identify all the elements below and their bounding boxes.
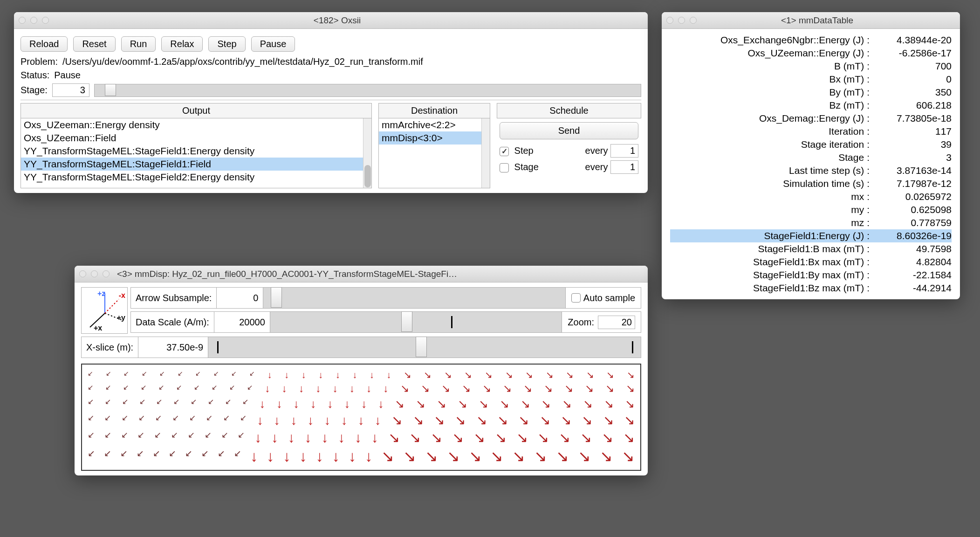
- colon: :: [864, 48, 872, 59]
- close-icon[interactable]: [19, 17, 26, 24]
- stage-value[interactable]: 3: [52, 83, 89, 97]
- destination-list-item[interactable]: mmDisp<3:0>: [379, 131, 481, 145]
- output-list-item[interactable]: Oxs_UZeeman::Field: [21, 131, 363, 145]
- vector-arrow-icon: ↘: [625, 398, 635, 410]
- datatable-row[interactable]: mz:0.778759: [670, 216, 952, 229]
- datatable-row[interactable]: StageField1:Bz max (mT):-44.2914: [670, 282, 952, 295]
- vector-arrow-icon: ↓: [283, 449, 290, 464]
- datatable-row[interactable]: Stage:3: [670, 151, 952, 164]
- datatable-value: 0: [872, 74, 952, 85]
- output-header: Output: [21, 103, 372, 118]
- data-scale-input[interactable]: 20000: [214, 312, 270, 332]
- reset-button[interactable]: Reset: [73, 36, 115, 52]
- pause-button[interactable]: Pause: [251, 36, 295, 52]
- step-every-input[interactable]: 1: [610, 144, 638, 158]
- datatable-row[interactable]: StageField1:By max (mT):-22.1584: [670, 268, 952, 282]
- output-list-item[interactable]: YY_TransformStageMEL:StageField1:Energy …: [21, 145, 363, 158]
- zoom-input[interactable]: 20: [598, 316, 635, 329]
- datatable-row[interactable]: Last time step (s):3.87163e-14: [670, 164, 952, 177]
- arrow-subsample-input[interactable]: 0: [216, 288, 263, 308]
- send-button[interactable]: Send: [500, 122, 638, 139]
- output-listbox[interactable]: Oxs_UZeeman::Energy densityOxs_UZeeman::…: [21, 118, 372, 188]
- stage-every-input[interactable]: 1: [610, 160, 638, 174]
- datatable-row[interactable]: B (mT):700: [670, 60, 952, 73]
- step-button[interactable]: Step: [208, 36, 245, 52]
- datatable-row[interactable]: Stage iteration:39: [670, 138, 952, 151]
- datatable-row[interactable]: StageField1:Energy (J):8.60326e-19: [670, 229, 952, 242]
- destination-list-item[interactable]: mmArchive<2:2>: [379, 118, 481, 131]
- problem-label: Problem:: [21, 56, 58, 67]
- datatable-row[interactable]: By (mT):350: [670, 86, 952, 99]
- vector-arrow-icon: ↓: [276, 398, 282, 410]
- zoom-icon[interactable]: [690, 17, 697, 24]
- stage-slider[interactable]: [94, 84, 641, 97]
- vector-arrow-icon: ↘: [409, 431, 421, 445]
- stage-label: Stage:: [21, 85, 48, 96]
- xslice-tick-right: [632, 341, 633, 353]
- oxsii-window: <182> Oxsii Reload Reset Run Relax Step …: [14, 12, 648, 193]
- vector-arrow-icon: ↘: [464, 370, 472, 379]
- close-icon[interactable]: [666, 17, 673, 24]
- output-list-item[interactable]: YY_TransformStageMEL:StageField1:Field: [21, 158, 363, 171]
- output-scroll-thumb[interactable]: [364, 165, 371, 187]
- destination-listbox[interactable]: mmArchive<2:2>mmDisp<3:0>: [378, 118, 490, 188]
- destination-scrollbar[interactable]: [481, 118, 490, 188]
- output-list-item[interactable]: YY_TransformStageMEL:StageField2:Energy …: [21, 171, 363, 184]
- minimize-icon[interactable]: [91, 270, 98, 277]
- oxsii-titlebar[interactable]: <182> Oxsii: [14, 12, 648, 29]
- vector-arrow-icon: ↘: [425, 449, 438, 464]
- close-icon[interactable]: [79, 270, 86, 277]
- stage-slider-thumb[interactable]: [105, 84, 116, 96]
- vector-field-display[interactable]: ↙↙↙↙↙↙↙↙↙↙↓↓↓↓↓↓↓↓↘↘↘↘↘↘↘↘↘↘↘↘↙↙↙↙↙↙↙↙↙↙…: [81, 364, 641, 471]
- colon: :: [864, 113, 872, 124]
- vector-arrow-icon: ↘: [431, 431, 442, 445]
- window-controls[interactable]: [19, 17, 49, 24]
- stage-checkbox[interactable]: [500, 163, 509, 172]
- minimize-icon[interactable]: [30, 17, 37, 24]
- datatable-row[interactable]: StageField1:B max (mT):49.7598: [670, 242, 952, 255]
- output-list-item[interactable]: Oxs_UZeeman::Energy density: [21, 118, 363, 131]
- window-controls[interactable]: [666, 17, 697, 24]
- auto-sample-label: Auto sample: [583, 293, 635, 303]
- vector-arrow-icon: ↓: [375, 414, 381, 427]
- datatable-row[interactable]: mx:0.0265972: [670, 190, 952, 203]
- colon: :: [864, 34, 872, 46]
- minimize-icon[interactable]: [678, 17, 685, 24]
- output-scrollbar[interactable]: [363, 118, 371, 188]
- mmdisp-titlebar[interactable]: <3> mmDisp: Hyz_02_run_file00_H7000_AC00…: [75, 266, 648, 282]
- datatable-row[interactable]: Simulation time (s):7.17987e-12: [670, 177, 952, 190]
- mmdatatable-titlebar[interactable]: <1> mmDataTable: [662, 12, 960, 29]
- datatable-value: 49.7598: [872, 243, 952, 255]
- datatable-row[interactable]: Bx (mT):0: [670, 73, 952, 86]
- arrow-subsample-slider[interactable]: [263, 288, 565, 308]
- zoom-icon[interactable]: [103, 270, 110, 277]
- datatable-value: 7.73805e-18: [872, 113, 952, 124]
- datatable-row[interactable]: Iteration:117: [670, 125, 952, 138]
- relax-button[interactable]: Relax: [161, 36, 203, 52]
- datatable-value: -44.2914: [872, 282, 952, 294]
- xslice-input[interactable]: 37.50e-9: [138, 337, 208, 358]
- step-checkbox[interactable]: [500, 147, 509, 156]
- datatable-row[interactable]: Bz (mT):606.218: [670, 99, 952, 112]
- run-button[interactable]: Run: [121, 36, 156, 52]
- datatable-row[interactable]: Oxs_Exchange6Ngbr::Energy (J):4.38944e-2…: [670, 34, 952, 47]
- vector-arrow-icon: ↓: [293, 398, 299, 410]
- datatable-row[interactable]: my:0.625098: [670, 203, 952, 216]
- datatable-row[interactable]: Oxs_UZeeman::Energy (J):-6.2586e-17: [670, 47, 952, 60]
- data-scale-thumb[interactable]: [401, 311, 412, 332]
- xslice-tick-left: [217, 341, 219, 353]
- auto-sample-checkbox[interactable]: [571, 293, 581, 303]
- reload-button[interactable]: Reload: [21, 36, 68, 52]
- datatable-row[interactable]: Oxs_Demag::Energy (J):7.73805e-18: [670, 112, 952, 125]
- vector-arrow-icon: ↙: [121, 431, 128, 445]
- window-controls[interactable]: [79, 270, 110, 277]
- data-scale-slider[interactable]: [270, 312, 562, 332]
- axes-indicator: +z -x +y +x: [81, 287, 128, 334]
- zoom-icon[interactable]: [42, 17, 49, 24]
- vector-arrow-icon: ↓: [332, 449, 340, 464]
- xslice-slider[interactable]: [208, 337, 641, 358]
- datatable-value: 3: [872, 152, 952, 163]
- xslice-thumb[interactable]: [416, 337, 427, 357]
- arrow-subsample-thumb[interactable]: [271, 287, 282, 308]
- datatable-row[interactable]: StageField1:Bx max (mT):4.82804: [670, 255, 952, 268]
